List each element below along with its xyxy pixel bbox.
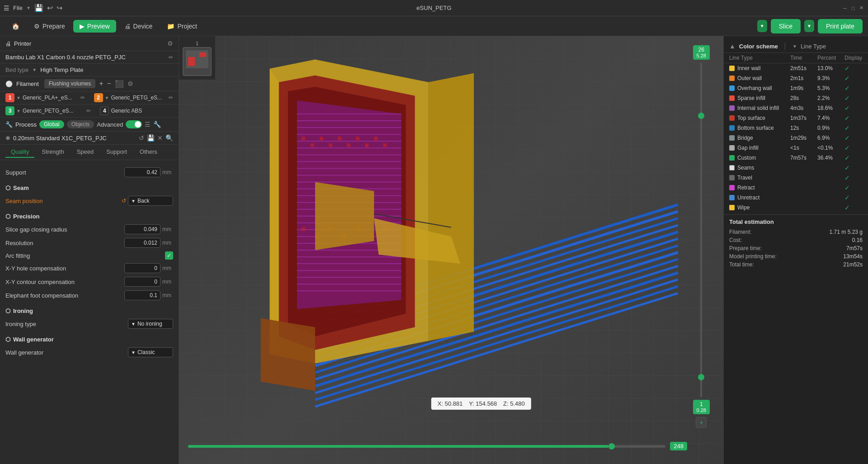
- pct-inner-wall: 13.0%: [817, 65, 844, 71]
- nav-home[interactable]: 🏠: [5, 20, 26, 33]
- xy-contour-input[interactable]: [124, 277, 160, 287]
- add-layer-button[interactable]: +: [696, 417, 707, 428]
- svg-rect-57: [311, 143, 314, 147]
- bottom-bar: 248: [188, 442, 687, 450]
- svg-rect-56: [302, 137, 305, 140]
- viewport[interactable]: 1: [179, 36, 723, 464]
- wall-generator-dropdown[interactable]: ▼ Classic: [128, 347, 173, 357]
- tab-quality[interactable]: Quality: [5, 147, 34, 158]
- nav-device[interactable]: 🖨 Device: [118, 20, 159, 33]
- layer-top-badge: 26 5.28: [693, 45, 710, 60]
- list-icon[interactable]: ☰: [145, 121, 151, 128]
- check-top-surface[interactable]: ✓: [844, 114, 863, 122]
- resolution-input[interactable]: [124, 238, 160, 248]
- objects-button[interactable]: Objects: [67, 120, 94, 128]
- check-wipe[interactable]: ✓: [844, 204, 863, 211]
- tab-support[interactable]: Support: [101, 147, 132, 158]
- slice-gap-input[interactable]: [124, 224, 160, 234]
- line-type-arrow[interactable]: ▼: [793, 44, 797, 49]
- layer-bottom-sub: 0.28: [697, 407, 706, 413]
- check-overhang-wall[interactable]: ✓: [844, 85, 863, 92]
- nav-preview[interactable]: ▶ Preview: [73, 20, 116, 33]
- progress-thumb[interactable]: [609, 443, 615, 450]
- nav-prepare[interactable]: ⚙ Prepare: [28, 20, 71, 33]
- pct-top-surface: 7.4%: [817, 115, 844, 121]
- 3d-scene[interactable]: 1: [179, 36, 723, 464]
- profile-reset-icon[interactable]: ↺: [139, 134, 144, 142]
- layer-slider-bottom-thumb[interactable]: [698, 374, 704, 380]
- precision-title-label: Precision: [13, 213, 40, 220]
- check-travel[interactable]: ✓: [844, 174, 863, 181]
- minimize-btn[interactable]: ─: [842, 5, 848, 11]
- coord-x-value: 50.881: [445, 400, 463, 407]
- ironing-type-dropdown[interactable]: ▼ No ironing: [128, 319, 173, 329]
- seam-reset-icon[interactable]: ↺: [122, 198, 126, 204]
- ironing-type-label: Ironing type: [5, 321, 126, 327]
- svg-rect-65: [383, 143, 387, 147]
- global-button[interactable]: Global: [39, 120, 64, 128]
- check-seams[interactable]: ✓: [844, 164, 863, 171]
- nav-project[interactable]: 📁 Project: [160, 20, 203, 33]
- check-inner-wall[interactable]: ✓: [844, 65, 863, 72]
- progress-track[interactable]: [188, 445, 665, 448]
- close-btn[interactable]: ✕: [858, 5, 864, 11]
- filament-edit-3[interactable]: ✏: [86, 108, 91, 114]
- redo-icon[interactable]: ↪: [57, 4, 62, 12]
- profile-search-icon[interactable]: 🔍: [165, 134, 173, 142]
- file-menu[interactable]: File: [13, 5, 23, 11]
- profile-name: 0.20mm Standard X1C_PETG_PJC: [13, 135, 136, 142]
- wrench-icon[interactable]: 🔧: [153, 121, 161, 128]
- check-unretract[interactable]: ✓: [844, 194, 863, 201]
- tab-speed[interactable]: Speed: [71, 147, 99, 158]
- add-filament-button[interactable]: +: [99, 80, 103, 88]
- check-sparse-infill[interactable]: ✓: [844, 95, 863, 102]
- printer-settings-icon[interactable]: ⚙: [167, 40, 173, 47]
- seam-icon: ⬡: [5, 185, 10, 191]
- slice-button[interactable]: Slice: [771, 19, 801, 33]
- save-icon[interactable]: 💾: [34, 4, 43, 12]
- check-outer-wall[interactable]: ✓: [844, 75, 863, 82]
- color-row-seams: Seams ✓: [724, 163, 868, 173]
- seam-position-dropdown[interactable]: ▼ Back: [128, 196, 173, 206]
- filament-edit-1[interactable]: ✏: [80, 95, 85, 101]
- remove-filament-button[interactable]: −: [107, 80, 111, 88]
- hamburger-icon[interactable]: ☰: [4, 5, 9, 12]
- layer-slider-track[interactable]: [700, 62, 702, 397]
- layer-slider-top-thumb[interactable]: [698, 113, 704, 119]
- elephant-input[interactable]: [124, 290, 160, 300]
- profile-save-icon[interactable]: 💾: [147, 134, 155, 142]
- undo-icon[interactable]: ↩: [47, 4, 53, 12]
- settings-list: Support mm ⬡ Seam Seam position ↺ ▼ Back: [0, 160, 179, 464]
- check-bottom-surface[interactable]: ✓: [844, 124, 863, 132]
- slice-dropdown-arrow[interactable]: ▼: [757, 20, 767, 32]
- arc-fitting-checkbox[interactable]: [165, 251, 173, 260]
- collapse-icon[interactable]: ▲: [729, 43, 736, 50]
- filament-copy-button[interactable]: ⬛: [115, 80, 124, 88]
- label-wipe: Wipe: [737, 204, 750, 211]
- support-input[interactable]: [124, 167, 160, 177]
- tab-others[interactable]: Others: [134, 147, 163, 158]
- filament-edit-2[interactable]: ✏: [169, 95, 173, 101]
- time-sparse-infill: 28s: [790, 95, 817, 101]
- xy-hole-input[interactable]: [124, 263, 160, 273]
- slice-gap-label: Slice gap closing radius: [5, 226, 123, 233]
- flushing-volumes-button[interactable]: Flushing volumes: [44, 79, 95, 88]
- check-custom[interactable]: ✓: [844, 154, 863, 161]
- check-gap-infill[interactable]: ✓: [844, 144, 863, 152]
- est-prepare-value: 7m57s: [846, 245, 863, 251]
- check-bridge[interactable]: ✓: [844, 134, 863, 142]
- print-dropdown-arrow[interactable]: ▼: [804, 20, 814, 32]
- layer-control: 26 5.28 1 0.28 +: [693, 45, 710, 428]
- profile-close-icon[interactable]: ✕: [157, 134, 163, 142]
- swatch-top-surface: [729, 115, 735, 121]
- maximize-btn[interactable]: □: [850, 5, 856, 11]
- advanced-toggle[interactable]: [126, 120, 142, 128]
- arc-fitting-label: Arc fitting: [5, 252, 163, 259]
- filament-icon: ⚪: [5, 80, 13, 87]
- check-retract[interactable]: ✓: [844, 184, 863, 191]
- tab-strength[interactable]: Strength: [36, 147, 69, 158]
- printer-edit-icon[interactable]: ✏: [169, 54, 173, 61]
- filament-settings-icon[interactable]: ⚙: [127, 80, 133, 87]
- check-internal-solid[interactable]: ✓: [844, 104, 863, 112]
- print-plate-button[interactable]: Print plate: [818, 19, 863, 33]
